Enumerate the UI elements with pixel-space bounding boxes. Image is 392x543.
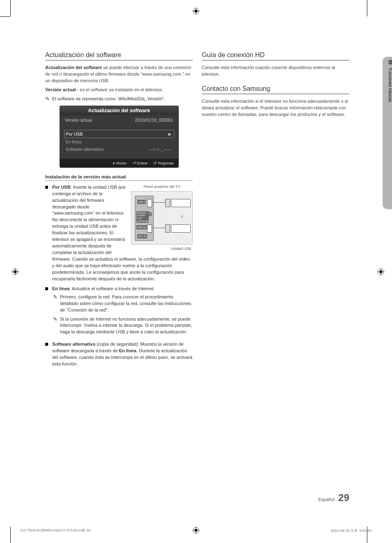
page-footer: Español 29	[318, 492, 349, 504]
heading-hd-guide: Guía de conexión HD	[202, 51, 349, 60]
bullet-list: Panel posterior del TV USB 2 DIGITAL AUD…	[45, 184, 193, 367]
osd-hint-label: Mover	[116, 161, 127, 165]
enter-icon: ⏎	[133, 161, 136, 165]
tv-panel-diagram: Panel posterior del TV USB 2 DIGITAL AUD…	[131, 184, 193, 252]
crop-mark	[10, 0, 11, 16]
osd-current-version-row: Versión actual 2010/01/18_000001	[60, 115, 178, 130]
bullet-body: Panel posterior del TV USB 2 DIGITAL AUD…	[52, 184, 193, 282]
bullet-item-online: En línea: Actualice el software a través…	[45, 286, 193, 338]
osd-hint-return: ↺Regresar	[153, 161, 174, 165]
term: Versión actual	[45, 87, 76, 92]
osd-title: Actualización del software	[60, 106, 178, 115]
paragraph: Versión actual - es el software ya insta…	[45, 87, 193, 93]
print-timestamp: 2010-08-31 오후 3:52:49	[331, 528, 371, 534]
paragraph: Consulte esta información cuando conecte…	[202, 65, 349, 78]
crop-mark	[10, 527, 11, 543]
osd-footer: ♦Mover ⏎Entrar ↺Regresar	[60, 159, 178, 167]
registration-mark-icon	[192, 7, 200, 15]
diagram-caption-bottom: Unidad USB	[131, 246, 193, 252]
left-column: Actualización del software Actualización…	[45, 51, 193, 371]
term: En línea	[52, 286, 69, 291]
diagram-graphic: USB 2 DIGITAL AUDIO OUT (OPTICAL) USB 1(…	[131, 191, 193, 245]
osd-item-label: En línea	[66, 139, 82, 144]
sub-note-list: ✎ Primero, configure la red. Para conoce…	[52, 294, 193, 336]
bullet-icon	[45, 287, 48, 290]
return-icon: ↺	[153, 161, 157, 165]
term: Software alternativo	[52, 342, 95, 347]
term: Actualización del software	[45, 65, 102, 70]
bullet-body: En línea: Actualice el software a través…	[52, 286, 193, 338]
body-text: : Actualice el software a través de Inte…	[69, 286, 154, 291]
paragraph: Consulte esta información si el televiso…	[202, 98, 349, 118]
page-content: Actualización del software Actualización…	[45, 51, 349, 516]
osd-item-online: En línea	[64, 138, 174, 146]
term: Por USB	[52, 185, 71, 189]
note-text: Primero, configure la red. Para conocer …	[60, 294, 193, 314]
osd-hint-label: Regresar	[158, 161, 174, 165]
note: ✎ El software se representa como "Año/Me…	[45, 96, 193, 102]
osd-panel: Actualización del software Versión actua…	[60, 106, 179, 168]
note-icon: ✎	[45, 96, 50, 103]
heading-software-update: Actualización del software	[45, 51, 193, 60]
bullet-icon	[45, 186, 48, 189]
play-icon: ►	[168, 132, 172, 136]
section-label: Funciones básicas	[388, 68, 392, 102]
osd-hint-enter: ⏎Entrar	[133, 161, 148, 165]
osd-item-value: ----/--/--_------	[148, 147, 173, 152]
body-text: - es el software ya instalado en el tele…	[76, 87, 164, 92]
subheading-install: Instalación de la versión más actual	[45, 174, 193, 181]
print-footer: [UC7000-NA]BN68-02627A-07L03.indb 29 201…	[21, 528, 371, 534]
updown-icon: ♦	[113, 161, 115, 165]
registration-mark-icon	[377, 268, 385, 275]
osd-item-label: Por USB	[66, 132, 83, 136]
bullet-icon	[45, 343, 48, 346]
osd-hint-move: ♦Mover	[113, 161, 127, 165]
note-text: Si la conexión de Internet no funciona a…	[60, 316, 193, 336]
osd-item-alt: Software alternativo ----/--/--_------	[64, 146, 174, 153]
note: ✎ Primero, configure la red. Para conoce…	[52, 294, 193, 314]
heading-contact: Contacto con Samsung	[202, 85, 349, 94]
osd-list: Por USB ► En línea Software alternativo …	[60, 130, 178, 159]
section-tab: 03 Funciones básicas	[383, 57, 392, 209]
section-number: 03	[388, 60, 392, 65]
print-file-name: [UC7000-NA]BN68-02627A-07L03.indb 29	[21, 528, 90, 534]
osd-item-label: Software alternativo	[66, 147, 104, 152]
paragraph: Actualización del software se puede efec…	[45, 65, 193, 84]
note-icon: ✎	[53, 317, 58, 336]
osd-hint-label: Entrar	[137, 161, 148, 165]
note-icon: ✎	[53, 294, 58, 314]
crop-mark	[367, 0, 367, 16]
note: ✎ Si la conexión de Internet no funciona…	[52, 316, 193, 336]
term: En línea	[119, 348, 136, 353]
footer-language: Español	[318, 497, 334, 502]
bullet-item-alt-software: Software alternativo (copia de seguridad…	[45, 341, 193, 367]
osd-item-usb: Por USB ►	[64, 130, 174, 138]
bullet-body: Software alternativo (copia de seguridad…	[52, 341, 193, 367]
osd-row-value: 2010/01/18_000001	[135, 118, 173, 122]
note-text: El software se representa como "Año/Mes/…	[52, 96, 165, 102]
diagram-caption-top: Panel posterior del TV	[131, 184, 193, 189]
right-column: Guía de conexión HD Consulte esta inform…	[202, 51, 349, 371]
page-number: 29	[338, 492, 349, 503]
registration-mark-icon	[12, 268, 19, 275]
osd-row-label: Versión actual	[65, 118, 92, 122]
crop-mark	[0, 16, 10, 17]
bullet-item-usb: Panel posterior del TV USB 2 DIGITAL AUD…	[45, 184, 193, 282]
